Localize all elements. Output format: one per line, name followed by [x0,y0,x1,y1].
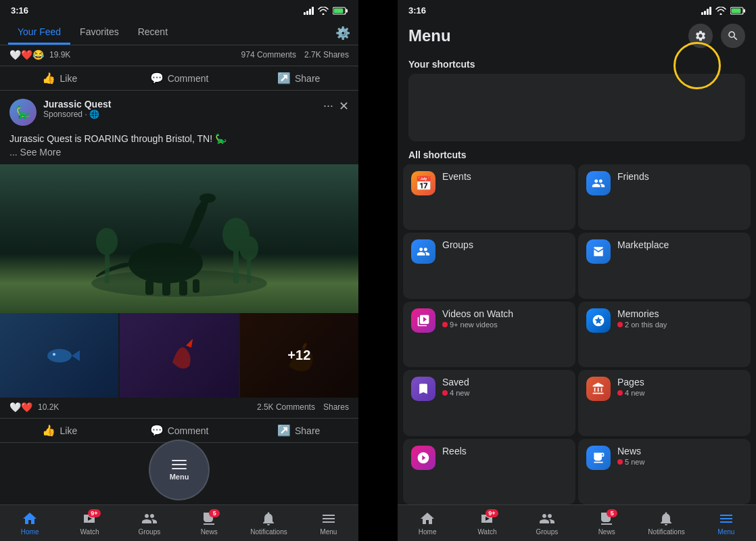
marketplace-icon [586,239,611,264]
right-nav-watch[interactable]: 9+ Watch [457,508,517,538]
saved-info: Saved 4 new [442,377,469,397]
search-button[interactable] [721,24,745,48]
right-nav-menu[interactable]: Menu [696,508,756,538]
comment-count-2: 2.5K Comments [257,402,315,412]
news-sub: 5 new [617,458,644,466]
more-options-icon[interactable]: ··· [323,99,333,114]
settings-button[interactable] [688,24,713,48]
shortcut-reels[interactable]: Reels [403,439,575,504]
shortcut-memories[interactable]: Memories 2 on this day [578,302,751,367]
left-nav-watch[interactable]: 9+ Watch [60,508,119,538]
tab-recent[interactable]: Recent [128,21,177,45]
shortcut-videos[interactable]: Videos on Watch 9+ new videos [403,302,575,367]
gallery-item-2[interactable] [120,313,238,398]
tab-favorites[interactable]: Favorites [70,21,128,45]
like-button-1[interactable]: 👍 Like [0,66,120,90]
share-count-1: 2.7K Shares [304,50,349,60]
right-nav-notifications[interactable]: Notifications [636,508,696,538]
videos-info: Videos on Watch 9+ new videos [442,308,513,329]
videos-sub: 9+ new videos [442,321,513,329]
left-nav-menu[interactable]: Menu [299,508,358,538]
friends-info: Friends [617,171,649,182]
like-button-2[interactable]: 👍 Like [0,419,120,442]
like-icon-1: 👍 [42,72,55,85]
svg-rect-19 [744,9,746,12]
sponsored-post-body: Jurassic Quest is ROARING through Bristo… [9,133,227,144]
shortcuts-grid: 📅 Events Friends Groups [398,164,756,504]
sponsored-post-text: Jurassic Quest is ROARING through Bristo… [0,130,358,164]
svg-rect-6 [145,280,153,295]
sponsored-post-meta: Jurassic Quest Sponsored · 🌐 [43,99,323,119]
shortcut-saved[interactable]: Saved 4 new [403,370,575,436]
shortcut-groups[interactable]: Groups [403,233,575,298]
right-nav-news-label: News [598,528,615,536]
marketplace-info: Marketplace [617,239,669,250]
menu-circle-button[interactable]: Menu [149,440,210,500]
videos-name: Videos on Watch [442,308,513,319]
panel-divider [358,0,398,541]
comment-button-2[interactable]: 💬 Comment [120,419,239,442]
news-badge-left: 5 [209,509,220,517]
svg-point-5 [199,193,216,203]
right-notifications-icon [658,511,674,527]
shortcut-events[interactable]: 📅 Events [403,164,575,230]
menu-header: Menu [398,18,756,56]
gallery-item-1[interactable] [0,313,118,398]
right-nav-home[interactable]: Home [398,508,457,538]
groups-shortcut-icon [411,239,435,264]
feed-nav-tabs: Your Feed Favorites Recent ⚙️ [0,18,358,45]
hamburger-icon [172,460,187,469]
right-nav-groups[interactable]: Groups [517,508,577,538]
comment-icon-1: 💬 [150,72,164,85]
shortcut-pages[interactable]: Pages 4 new [578,370,751,436]
right-watch-badge: 9+ [486,509,498,517]
left-status-icons [304,7,348,15]
right-nav-groups-label: Groups [536,528,558,536]
right-menu-icon [718,511,734,527]
svg-rect-20 [732,8,741,13]
pages-sub: 4 new [617,389,644,397]
feed-settings-icon[interactable]: ⚙️ [335,26,350,41]
shortcut-news[interactable]: News 5 new [578,439,751,504]
saved-dot [442,390,448,396]
close-post-icon[interactable]: ✕ [339,99,349,114]
menu-title: Menu [408,26,451,45]
right-news-badge: 5 [607,509,617,517]
news-shortcut-icon [586,446,611,470]
signal-icon [304,7,314,15]
gallery-item-3[interactable]: +12 [240,313,358,398]
left-nav-news[interactable]: 5 News [179,508,239,538]
shortcut-friends[interactable]: Friends [578,164,751,230]
shortcut-marketplace[interactable]: Marketplace [578,233,751,298]
news-name: News [617,446,644,456]
saved-icon [411,377,435,401]
post-stats-right-1: 974 Comments 2.7K Shares [241,50,349,60]
share-label-1: Share [295,73,320,84]
svg-rect-9 [193,279,199,293]
right-panel: 3:16 Menu [398,0,756,541]
left-nav-home[interactable]: Home [0,508,60,538]
gallery-overlay: +12 [240,313,358,398]
comment-count-1: 974 Comments [241,50,296,60]
events-info: Events [442,171,471,182]
share-label-2: Share [295,425,320,436]
see-more-link[interactable]: ... See More [9,147,61,158]
comment-label-2: Comment [168,425,209,436]
share-button-2[interactable]: ↗️ Share [239,419,358,442]
comment-button-1[interactable]: 💬 Comment [120,66,239,90]
left-nav-groups[interactable]: Groups [120,508,179,538]
left-panel: 3:16 Your Feed Favorites Recent [0,0,358,541]
right-nav-menu-label: Menu [717,528,734,536]
right-nav-notifications-label: Notifications [648,528,684,536]
left-nav-notifications[interactable]: Notifications [239,508,298,538]
right-signal-icon [701,7,711,15]
menu-circle-label: Menu [170,473,189,481]
sponsored-post-name: Jurassic Quest [43,99,323,110]
groups-name: Groups [442,239,473,250]
memories-dot [617,322,623,327]
right-bottom-nav: Home 9+ Watch Groups 5 News [398,504,756,541]
share-button-1[interactable]: ↗️ Share [239,66,358,90]
tab-your-feed[interactable]: Your Feed [8,21,70,45]
right-status-bar: 3:16 [398,0,756,18]
right-nav-news[interactable]: 5 News [577,508,636,538]
